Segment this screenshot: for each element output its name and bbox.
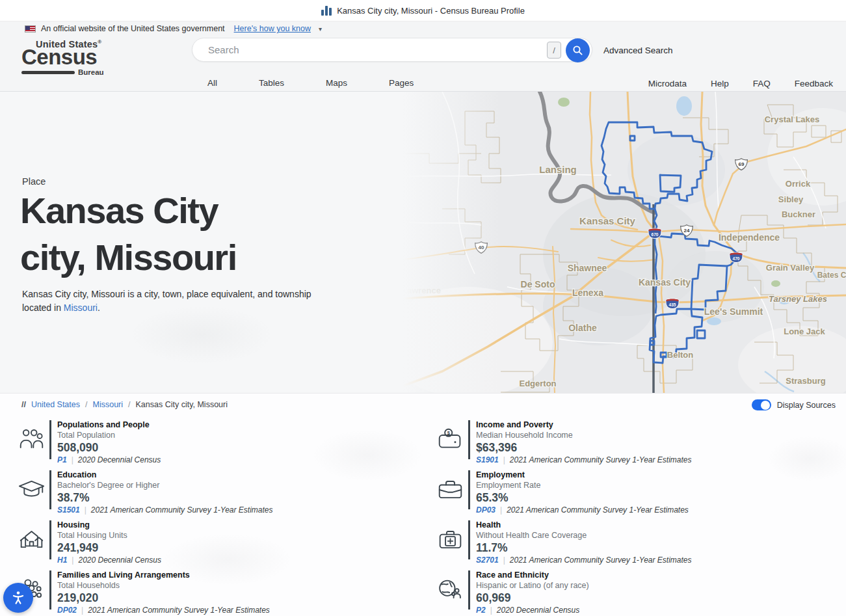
census-bureau-logo[interactable]: United States® Census Bureau [21,39,112,76]
map-town-label: Kansas City [639,277,691,288]
stat-category: Families and Living Arrangements [57,570,270,580]
stat-table-link[interactable]: S2701 [476,556,499,565]
source-separator: | [500,505,502,515]
map-town-label: Olathe [568,323,597,333]
map-town-label: Lawrence [403,286,441,295]
source-separator: | [503,455,505,465]
utility-nav-item[interactable]: Microdata [646,77,689,90]
breadcrumb: // United States/Missouri/Kansas City ci… [21,400,228,409]
map-town-label: Belton [667,350,694,360]
display-sources-toggle[interactable] [752,399,771,410]
place-map[interactable]: 692467047043540 Crystal LakesLansingOrri… [403,92,846,393]
stat-category: Populations and People [57,420,161,430]
svg-text:470: 470 [733,256,740,261]
source-separator: | [72,455,73,465]
display-sources-label: Display Sources [777,401,836,410]
nav-tab[interactable]: Pages [386,77,416,89]
utility-nav: MicrodataHelpFAQFeedback [646,77,836,90]
breadcrumb-item: Kansas City city, Missouri [136,400,228,409]
stat-measure: Hispanic or Latino (of any race) [476,581,589,591]
logo-bureau: Bureau [78,68,104,76]
stat-table-link[interactable]: DP03 [476,505,496,515]
display-sources-control: Display Sources [752,399,836,410]
wallet-icon: $ [437,420,468,459]
interstate-shield-435: 435 [666,299,679,308]
stat-card[interactable]: Race and Ethnicity Hispanic or Latino (o… [437,570,834,609]
stat-card[interactable]: Employment Employment Rate 65.3% DP03 | … [437,470,834,509]
stat-measure: Total Housing Units [57,531,161,541]
stat-card[interactable]: Health Without Health Care Coverage 11.7… [437,520,834,559]
chevron-down-icon[interactable]: ▾ [319,25,322,33]
stat-table-link[interactable]: H1 [57,556,67,565]
globe-people-icon [437,570,468,609]
stat-category: Race and Ethnicity [476,570,589,580]
svg-text:435: 435 [669,302,676,307]
stat-table-link[interactable]: S1901 [476,455,499,465]
stat-table-link[interactable]: P1 [57,455,67,465]
stat-measure: Bachelor's Degree or Higher [57,481,273,490]
search-button[interactable] [566,38,590,62]
stat-source-text: 2020 Decennial Census [497,606,579,615]
stat-category: Housing [57,520,161,530]
hero-section: 692467047043540 Crystal LakesLansingOrri… [0,92,846,393]
nav-tab[interactable]: Maps [323,77,350,89]
utility-nav-item[interactable]: FAQ [750,77,773,90]
stat-category: Income and Poverty [476,420,692,430]
stat-card[interactable]: Housing Total Housing Units 241,949 H1 |… [18,520,415,559]
map-town-label: Tarsney Lakes [769,294,827,304]
stat-measure: Total Population [57,431,161,440]
stat-value: 508,090 [57,441,161,454]
how-you-know-link[interactable]: Here's how you know [234,24,311,33]
map-town-label: De Soto [521,279,555,289]
stat-table-link[interactable]: P2 [476,606,486,615]
breadcrumb-bar: // United States/Missouri/Kansas City ci… [0,393,846,416]
quick-facts-section: Populations and People Total Population … [0,416,846,616]
stat-value: 11.7% [476,541,692,554]
breadcrumb-item[interactable]: United States [31,400,80,409]
stat-table-link[interactable]: DP02 [57,606,77,615]
stat-source-text: 2021 American Community Survey 1-Year Es… [507,505,689,515]
map-town-label: Strasburg [786,376,825,386]
place-description: Kansas City city, Missouri is a city, to… [22,288,316,315]
briefcase-icon [437,470,468,509]
map-town-label: Independence [719,232,780,243]
advanced-search-link[interactable]: Advanced Search [603,46,673,55]
map-town-label: Lee's Summit [704,306,763,317]
search-input[interactable] [208,38,572,61]
breadcrumb-item[interactable]: Missouri [92,400,123,409]
stat-measure: Median Household Income [476,431,692,440]
stat-card[interactable]: Populations and People Total Population … [18,420,415,459]
stat-card[interactable]: Families and Living Arrangements Total H… [18,570,415,609]
logo-underline [21,71,75,74]
page-title-line2: city, Missouri [20,234,237,281]
nav-tab[interactable]: Tables [256,77,287,89]
utility-nav-item[interactable]: Feedback [792,77,836,90]
slash-shortcut-key: / [547,42,561,59]
svg-text:40: 40 [479,245,484,250]
stats-column-right: $ Income and Poverty Median Household In… [437,420,834,616]
map-town-label: Buckner [782,209,815,219]
map-town-label: Edgerton [519,379,556,388]
stat-measure: Without Health Care Coverage [476,531,692,541]
stat-table-link[interactable]: S1501 [57,505,80,515]
stat-source-text: 2021 American Community Survey 1-Year Es… [510,556,692,565]
map-town-label: Lansing [539,164,577,175]
breadcrumb-separator: / [85,400,87,409]
accessibility-button[interactable] [3,583,33,613]
svg-text:670: 670 [652,232,659,237]
stat-card[interactable]: $ Income and Poverty Median Household In… [437,420,834,459]
source-separator: | [81,606,83,615]
stat-value: 219,020 [57,591,270,604]
stat-category: Education [57,470,273,480]
breadcrumb-prefix: // [21,400,26,409]
utility-nav-item[interactable]: Help [708,77,732,90]
stat-card[interactable]: Education Bachelor's Degree or Higher 38… [18,470,415,509]
stat-measure: Employment Rate [476,481,689,490]
stat-measure: Total Households [57,581,270,591]
stat-value: 241,949 [57,541,161,554]
map-town-label: Orrick [786,179,811,189]
nav-tab[interactable]: All [205,77,220,89]
stat-source-text: 2021 American Community Survey 1-Year Es… [510,455,692,465]
missouri-link[interactable]: Missouri [64,302,98,313]
source-separator: | [85,505,86,515]
